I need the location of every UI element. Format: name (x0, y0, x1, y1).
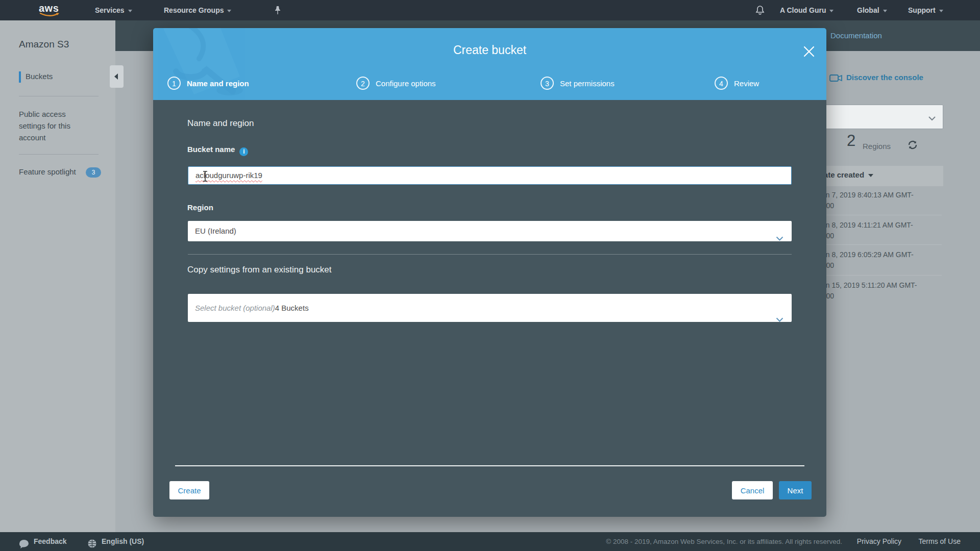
bucket-name-label: Bucket name (187, 145, 248, 156)
language-selector[interactable]: English (US) (102, 532, 144, 551)
chevron-down-icon (928, 114, 936, 123)
close-icon[interactable] (802, 45, 817, 59)
next-button[interactable]: Next (779, 481, 812, 499)
row-divider (817, 244, 942, 245)
aws-logo-text: aws (39, 3, 59, 14)
aws-console: aws Services Resource Groups A Cloud Gur… (0, 0, 980, 551)
chevron-left-icon (114, 73, 118, 80)
sort-desc-icon (868, 174, 873, 177)
row-divider (817, 275, 942, 276)
table-row[interactable]: Jan 8, 2019 4:11:21 AM GMT-0600 (818, 220, 920, 241)
chevron-down-icon (883, 10, 887, 12)
section-heading: Name and region (187, 118, 254, 129)
aws-logo[interactable]: aws (39, 3, 62, 17)
chevron-down-icon (776, 229, 783, 249)
step-4-review: 4Review (715, 77, 759, 91)
divider (19, 154, 99, 155)
chevron-down-icon (829, 10, 834, 12)
nav-services[interactable]: Services (95, 0, 132, 20)
feedback-icon (19, 537, 29, 551)
copy-select-count: 4 Buckets (275, 304, 309, 312)
divider (19, 96, 99, 96)
row-divider (817, 215, 942, 215)
bell-icon[interactable] (755, 5, 765, 17)
table-row[interactable]: Jan 7, 2019 8:40:13 AM GMT-0600 (818, 190, 920, 211)
documentation-link[interactable]: Documentation (830, 31, 882, 40)
create-bucket-modal: Create bucket 1Name and region 2Configur… (153, 28, 826, 517)
feature-spotlight-badge: 3 (86, 167, 101, 178)
step-3-set-permissions: 3Set permissions (541, 77, 615, 91)
region-label: Region (187, 203, 213, 212)
discover-console-link[interactable]: Discover the console (846, 73, 923, 82)
top-nav: aws Services Resource Groups A Cloud Gur… (0, 0, 980, 20)
sidebar-item-feature-spotlight[interactable]: Feature spotlight (19, 167, 76, 176)
create-button[interactable]: Create (169, 481, 209, 499)
refresh-icon[interactable] (906, 139, 919, 153)
sidebar-title: Amazon S3 (19, 39, 69, 50)
nav-support-menu[interactable]: Support (908, 0, 943, 20)
region-select-value: EU (Ireland) (195, 227, 236, 235)
modal-title: Create bucket (153, 43, 826, 57)
regions-label: Regions (863, 142, 891, 151)
step-2-configure-options: 2Configure options (356, 77, 436, 91)
sidebar-item-public-access[interactable]: Public access settings for this account (19, 108, 88, 143)
s3-sidebar: Amazon S3 Buckets Public access settings… (0, 20, 115, 532)
nav-region-menu[interactable]: Global (857, 0, 887, 20)
text-cursor-icon (202, 170, 208, 188)
modal-header: Create bucket 1Name and region 2Configur… (153, 28, 826, 100)
sidebar-item-buckets[interactable]: Buckets (19, 72, 53, 81)
copy-bucket-select[interactable]: Select bucket (optional)4 Buckets (188, 294, 792, 322)
feedback-link[interactable]: Feedback (34, 532, 67, 551)
table-row[interactable]: Jan 15, 2019 5:11:20 AM GMT-0600 (818, 280, 920, 302)
terms-of-use-link[interactable]: Terms of Use (919, 532, 961, 551)
cancel-button[interactable]: Cancel (732, 481, 773, 499)
video-camera-icon (829, 73, 843, 85)
page-footer: Feedback English (US) © 2008 - 2019, Ama… (0, 532, 980, 551)
globe-icon (87, 537, 97, 551)
region-select[interactable]: EU (Ireland) (188, 221, 792, 241)
footer-divider (175, 465, 804, 466)
nav-resource-groups[interactable]: Resource Groups (164, 0, 231, 20)
chevron-down-icon (939, 10, 943, 12)
step-1-name-and-region: 1Name and region (167, 77, 249, 91)
copy-select-placeholder: Select bucket (optional) (195, 304, 275, 312)
copy-settings-heading: Copy settings from an existing bucket (187, 265, 332, 275)
regions-count: 2 (847, 132, 855, 150)
privacy-policy-link[interactable]: Privacy Policy (857, 532, 901, 551)
bucket-name-input[interactable]: acloudguruwp-rik19 (188, 166, 792, 185)
chevron-down-icon (776, 306, 783, 334)
date-created-header[interactable]: Date created (818, 170, 873, 179)
nav-account-menu[interactable]: A Cloud Guru (780, 0, 834, 20)
info-icon[interactable] (239, 147, 248, 156)
chevron-down-icon (128, 10, 132, 12)
sidebar-collapse-button[interactable] (110, 65, 124, 88)
pushpin-icon[interactable] (274, 6, 282, 17)
section-divider (188, 254, 792, 255)
table-row[interactable]: Jan 8, 2019 6:05:29 AM GMT-0600 (818, 249, 920, 271)
chevron-down-icon (227, 10, 231, 12)
copyright-text: © 2008 - 2019, Amazon Web Services, Inc.… (606, 532, 842, 551)
